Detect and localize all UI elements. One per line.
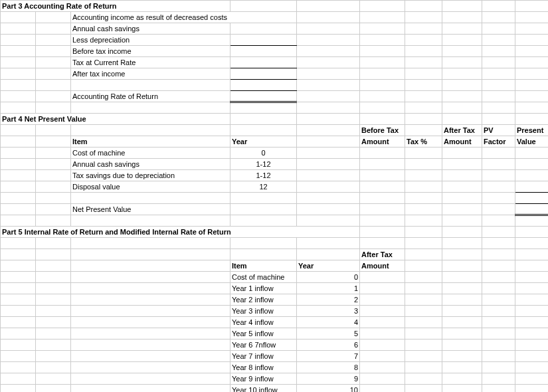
- table-row: [1, 80, 549, 91]
- part3-row-label: Annual cash savings: [71, 23, 230, 35]
- part4-year: 0: [230, 147, 297, 159]
- part4-header: Before Tax: [360, 125, 405, 136]
- part5-item: Year 8 inflow: [230, 362, 297, 373]
- part5-item: Year 9 inflow: [230, 373, 297, 385]
- table-row: Part 4 Net Present Value: [1, 114, 549, 125]
- table-row: Less depreciation: [1, 35, 549, 46]
- table-row: After Tax: [1, 249, 549, 260]
- table-row: Year 6 7nflow6: [1, 340, 549, 351]
- table-row: Disposal value 12: [1, 181, 549, 193]
- part5-year: 10: [297, 385, 360, 393]
- part3-row-label: Less depreciation: [71, 35, 230, 46]
- part5-item: Year 10 inflow: [230, 385, 297, 393]
- table-row: Annual cash savings 1-12: [1, 159, 549, 170]
- part5-year: 7: [297, 351, 360, 362]
- part5-year: 2: [297, 294, 360, 306]
- part5-item: Year 1 inflow: [230, 283, 297, 294]
- part4-header: Tax %: [405, 136, 442, 147]
- part5-header: After Tax: [360, 249, 405, 260]
- table-row: Part 3 Accounting Rate of Return: [1, 1, 549, 12]
- table-row: Cost of machine0: [1, 272, 549, 283]
- table-row: [1, 193, 549, 204]
- part5-year: 5: [297, 328, 360, 340]
- table-row: Year 9 inflow9: [1, 373, 549, 385]
- table-row: Year 1 inflow1: [1, 283, 549, 294]
- table-row: [1, 102, 549, 114]
- part4-header: PV: [482, 125, 515, 136]
- part3-row-label: Before tax income: [71, 46, 230, 57]
- part5-header: Amount: [360, 260, 405, 272]
- table-row: Accounting income as result of decreased…: [1, 12, 549, 23]
- table-row: Part 5 Internal Rate of Return and Modif…: [1, 227, 549, 238]
- table-row: Item Year Amount: [1, 260, 549, 272]
- part4-item: Disposal value: [71, 181, 230, 193]
- part5-year: 1: [297, 283, 360, 294]
- table-row: Before tax income: [1, 46, 549, 57]
- table-row: [1, 215, 549, 227]
- table-row: Year 2 inflow2: [1, 294, 549, 306]
- table-row: Year 4 inflow4: [1, 317, 549, 328]
- part5-item: Year 5 inflow: [230, 328, 297, 340]
- spreadsheet-grid[interactable]: Part 3 Accounting Rate of Return Account…: [0, 0, 548, 392]
- part4-header: Factor: [482, 136, 515, 147]
- part5-item: Year 3 inflow: [230, 306, 297, 317]
- table-row: Tax at Current Rate: [1, 57, 549, 68]
- part4-header: Item: [71, 136, 230, 147]
- table-row: After tax income: [1, 68, 549, 80]
- part5-item: Year 6 7nflow: [230, 340, 297, 351]
- table-row: Before Tax After Tax PV Present: [1, 125, 549, 136]
- part5-item: Year 2 inflow: [230, 294, 297, 306]
- part4-year: 12: [230, 181, 297, 193]
- part5-year: 9: [297, 373, 360, 385]
- part5-header: Item: [230, 260, 297, 272]
- part4-footer: Net Present Value: [71, 204, 230, 215]
- part4-header: Amount: [360, 136, 405, 147]
- table-row: Year 8 inflow8: [1, 362, 549, 373]
- part3-row-label: Accounting Rate of Return: [71, 91, 230, 102]
- table-row: Year 5 inflow5: [1, 328, 549, 340]
- part5-title: Part 5 Internal Rate of Return and Modif…: [1, 227, 360, 238]
- part3-row-label: After tax income: [71, 68, 230, 80]
- part5-year: 3: [297, 306, 360, 317]
- table-row: Accounting Rate of Return: [1, 91, 549, 102]
- table-row: Cost of machine 0: [1, 147, 549, 159]
- part5-year: 4: [297, 317, 360, 328]
- part4-item: Cost of machine: [71, 147, 230, 159]
- table-row: Annual cash savings: [1, 23, 549, 35]
- table-row: Tax savings due to depreciation 1-12: [1, 170, 549, 181]
- part4-year: 1-12: [230, 170, 297, 181]
- part3-row-label: Accounting income as result of decreased…: [71, 12, 297, 23]
- table-row: Year 7 inflow7: [1, 351, 549, 362]
- part5-item: Year 4 inflow: [230, 317, 297, 328]
- part3-title: Part 3 Accounting Rate of Return: [1, 1, 230, 12]
- part4-title: Part 4 Net Present Value: [1, 114, 230, 125]
- part4-header: After Tax: [442, 125, 482, 136]
- part5-year: 8: [297, 362, 360, 373]
- table-row: Year 10 inflow10: [1, 385, 549, 393]
- part4-year: 1-12: [230, 159, 297, 170]
- part5-item: Cost of machine: [230, 272, 297, 283]
- table-row: Item Year Amount Tax % Amount Factor Val…: [1, 136, 549, 147]
- part4-header: Year: [230, 136, 297, 147]
- part4-header: Present: [515, 125, 549, 136]
- part4-item: Annual cash savings: [71, 159, 230, 170]
- part3-row-label: Tax at Current Rate: [71, 57, 230, 68]
- part5-item: Year 7 inflow: [230, 351, 297, 362]
- part5-year: 0: [297, 272, 360, 283]
- part4-header: Value: [515, 136, 549, 147]
- table-row: [1, 238, 549, 249]
- part4-item: Tax savings due to depreciation: [71, 170, 230, 181]
- table-row: Net Present Value: [1, 204, 549, 215]
- part5-year: 6: [297, 340, 360, 351]
- part5-header: Year: [297, 260, 360, 272]
- table-row: Year 3 inflow3: [1, 306, 549, 317]
- part4-header: Amount: [442, 136, 482, 147]
